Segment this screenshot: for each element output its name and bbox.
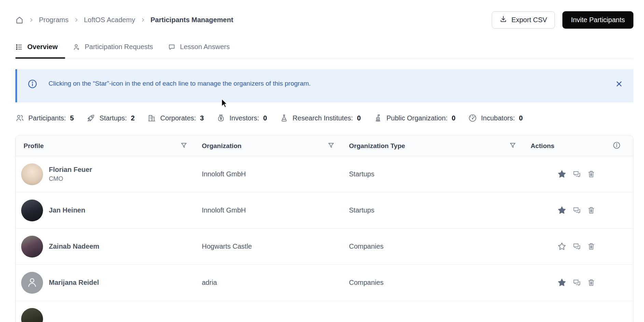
chat-button[interactable] — [572, 278, 581, 287]
star-organizer-button[interactable] — [557, 170, 566, 179]
stat-label: Participants: — [28, 114, 66, 122]
person-placeholder-icon — [26, 276, 39, 290]
actions-cell — [524, 278, 633, 287]
stat-label: Startups: — [99, 114, 127, 122]
landmark-icon — [374, 114, 382, 122]
actions-cell — [524, 242, 633, 251]
stat-label: Public Organization: — [387, 114, 448, 122]
column-actions: Actions — [524, 141, 633, 150]
stat-participants: Participants: 5 — [15, 114, 74, 122]
participant-name: Jan Heinen — [49, 206, 85, 214]
filter-icon — [327, 142, 335, 150]
actions-info-button[interactable] — [613, 141, 621, 150]
delete-button[interactable] — [587, 242, 596, 251]
profile-cell[interactable] — [16, 308, 195, 322]
stat-label: Corporates: — [160, 114, 196, 122]
chevron-right-icon — [74, 17, 79, 23]
info-banner: Clicking on the “Star”-icon in the end o… — [15, 69, 633, 102]
delete-button[interactable] — [587, 170, 596, 178]
stat-value: 0 — [519, 114, 523, 122]
column-organization-label: Organization — [202, 142, 241, 150]
info-banner-message: Clicking on the “Star”-icon in the end o… — [48, 78, 311, 89]
organization-cell: Innoloft GmbH — [195, 206, 342, 214]
organization-type-filter-button[interactable] — [509, 142, 516, 150]
profile-filter-button[interactable] — [180, 142, 187, 150]
delete-button[interactable] — [587, 278, 596, 287]
organization-cell: Innoloft GmbH — [195, 170, 342, 178]
tab-overview-label: Overview — [27, 43, 58, 51]
top-bar: Programs LoftOS Academy Participants Man… — [15, 0, 633, 29]
breadcrumb-loftos-academy[interactable]: LoftOS Academy — [84, 16, 135, 24]
table-row: Florian Feuer CMO Innoloft GmbH Startups — [16, 156, 633, 192]
profile-cell[interactable]: Zainab Nadeem — [16, 236, 195, 258]
chat-button[interactable] — [572, 242, 581, 251]
participant-subtitle: CMO — [49, 175, 92, 182]
stat-value: 3 — [200, 114, 204, 122]
column-organization-type: Organization Type — [342, 142, 524, 150]
delete-button[interactable] — [587, 206, 596, 215]
stat-value: 0 — [452, 114, 456, 122]
avatar — [21, 308, 43, 322]
organization-filter-button[interactable] — [327, 142, 335, 150]
stat-investors: Investors: 0 — [216, 114, 267, 122]
star-organizer-button[interactable] — [557, 242, 566, 251]
star-organizer-button[interactable] — [557, 278, 566, 287]
actions-cell — [524, 206, 633, 215]
gauge-icon — [468, 114, 477, 122]
participants-table: Profile Organization Organization Type — [15, 135, 633, 322]
participants-icon — [15, 114, 24, 122]
stat-label: Incubators: — [481, 114, 515, 122]
profile-cell[interactable]: Marijana Reidel — [16, 272, 195, 294]
tab-participation-requests[interactable]: Participation Requests — [73, 43, 160, 58]
close-icon — [615, 80, 623, 89]
chevron-right-icon — [140, 17, 145, 23]
avatar — [21, 236, 43, 258]
breadcrumb: Programs LoftOS Academy Participants Man… — [15, 16, 233, 24]
chat-button[interactable] — [572, 206, 581, 215]
tab-overview[interactable]: Overview — [15, 43, 65, 58]
column-actions-label: Actions — [531, 142, 555, 150]
profile-cell[interactable]: Jan Heinen — [16, 200, 195, 221]
flask-icon — [280, 114, 289, 122]
info-icon — [613, 141, 621, 150]
export-csv-button[interactable]: Export CSV — [492, 11, 555, 29]
table-row: Marijana Reidel adria Companies — [16, 265, 633, 301]
organization-type-cell: Companies — [342, 279, 524, 287]
export-csv-label: Export CSV — [512, 16, 547, 24]
breadcrumb-programs[interactable]: Programs — [39, 16, 69, 24]
avatar — [21, 163, 43, 185]
tab-bar: Overview Participation Requests Lesson A… — [15, 43, 633, 58]
table-row: Zainab Nadeem Hogwarts Castle Companies — [16, 229, 633, 265]
tab-lesson-answers[interactable]: Lesson Answers — [168, 43, 237, 58]
organization-type-cell: Companies — [342, 243, 524, 250]
stat-public-organization: Public Organization: 0 — [374, 114, 456, 122]
participants-management-page: Programs LoftOS Academy Participants Man… — [0, 0, 644, 322]
moneybag-icon — [216, 114, 225, 122]
person-plus-icon — [73, 43, 80, 51]
info-icon — [27, 79, 38, 89]
column-profile-label: Profile — [24, 142, 44, 150]
avatar — [21, 200, 43, 221]
stat-label: Investors: — [229, 114, 259, 122]
stat-startups: Startups: 2 — [86, 114, 135, 122]
header-actions: Export CSV Invite Participants — [492, 11, 633, 29]
breadcrumb-current-page: Participants Management — [151, 16, 233, 24]
profile-cell[interactable]: Florian Feuer CMO — [16, 163, 195, 185]
home-icon[interactable] — [15, 16, 24, 24]
filter-icon — [509, 142, 516, 150]
column-organization: Organization — [195, 142, 342, 150]
organization-cell: adria — [195, 279, 342, 287]
table-header: Profile Organization Organization Type — [16, 136, 633, 156]
list-icon — [15, 43, 23, 51]
invite-participants-button[interactable]: Invite Participants — [562, 11, 633, 29]
tab-participation-requests-label: Participation Requests — [85, 43, 153, 51]
chat-button[interactable] — [572, 170, 581, 179]
banner-close-button[interactable] — [614, 78, 625, 90]
building-icon — [147, 114, 156, 122]
stat-value: 5 — [70, 114, 74, 122]
rocket-icon — [86, 114, 95, 122]
star-organizer-button[interactable] — [557, 206, 566, 215]
table-row — [16, 301, 633, 322]
participant-name: Florian Feuer — [49, 166, 92, 174]
participant-stats: Participants: 5 Startups: 2 Corporates: … — [15, 114, 633, 122]
